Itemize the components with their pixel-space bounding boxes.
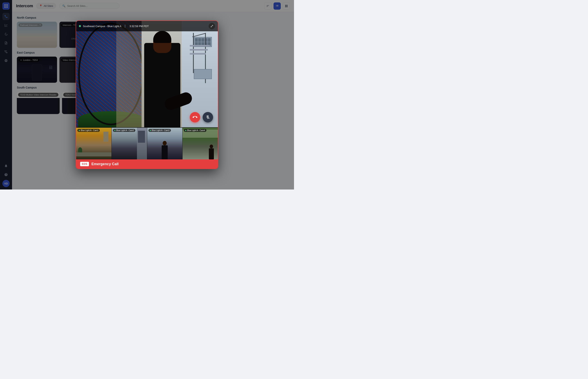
modal-overlay: Southeast Campus - Blue Light A | 3:32:5… bbox=[0, 0, 294, 190]
cam2-label: Blue Light A - Cam2 bbox=[116, 129, 134, 131]
sos-badge: SOS bbox=[80, 162, 89, 166]
live-indicator-dot bbox=[79, 25, 81, 27]
cam3-status-dot bbox=[150, 130, 151, 131]
cam2-status-dot bbox=[114, 130, 115, 131]
cam1-thumbnail[interactable]: Blue Light A - Cam1 bbox=[76, 128, 112, 159]
cam3-label: Blue Light A - Cam3 bbox=[152, 129, 170, 131]
modal-site-name: Southeast Campus - Blue Light A bbox=[83, 25, 122, 28]
modal-timestamp: 3:32:59 PM PDT bbox=[129, 25, 149, 28]
mute-button[interactable] bbox=[203, 112, 213, 123]
modal-header: Southeast Campus - Blue Light A | 3:32:5… bbox=[76, 21, 218, 31]
emergency-call-modal: Southeast Campus - Blue Light A | 3:32:5… bbox=[76, 20, 218, 169]
cam1-status-dot bbox=[79, 130, 80, 131]
modal-main-video bbox=[76, 21, 218, 127]
cam3-thumbnail[interactable]: Blue Light A - Cam3 bbox=[147, 128, 183, 159]
camera-thumbnails: Blue Light A - Cam1 Blue Light A - Cam2 bbox=[76, 127, 218, 159]
emergency-footer: SOS Emergency Call bbox=[76, 159, 218, 169]
cam4-label: Blue Light A - Cam4 bbox=[187, 129, 205, 131]
cam1-label: Blue Light A - Cam1 bbox=[81, 129, 98, 131]
emergency-call-label: Emergency Call bbox=[91, 162, 118, 166]
hangup-button[interactable] bbox=[190, 112, 200, 123]
minimize-button[interactable] bbox=[209, 23, 215, 29]
call-controls bbox=[190, 112, 213, 123]
cam2-thumbnail[interactable]: Blue Light A - Cam2 bbox=[112, 128, 147, 159]
cam4-status-dot bbox=[185, 130, 186, 131]
cam4-thumbnail[interactable]: Blue Light A - Cam4 bbox=[183, 128, 218, 159]
